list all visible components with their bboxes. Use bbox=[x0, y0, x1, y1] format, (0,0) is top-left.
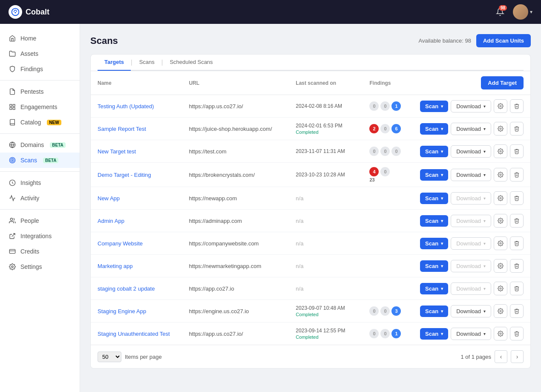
row-delete-button[interactable] bbox=[510, 191, 524, 205]
row-settings-button[interactable] bbox=[494, 236, 507, 250]
tab-scheduled-scans[interactable]: Scheduled Scans bbox=[163, 55, 219, 71]
add-target-button[interactable]: Add Target bbox=[481, 76, 524, 89]
scan-button[interactable]: Scan ▾ bbox=[420, 306, 448, 317]
sidebar-item-home[interactable]: Home bbox=[0, 31, 80, 46]
scan-button[interactable]: Scan ▾ bbox=[420, 260, 448, 272]
per-page-select[interactable]: 50 25 100 bbox=[98, 352, 121, 362]
target-name-link[interactable]: Staging Unauthenticated Test bbox=[98, 331, 170, 337]
sidebar-item-pentests[interactable]: Pentests bbox=[0, 84, 80, 99]
sidebar-item-scans[interactable]: Scans BETA bbox=[0, 153, 80, 168]
target-url: https://newmarketingapp.com bbox=[182, 255, 289, 277]
download-button[interactable]: Download ▾ bbox=[451, 145, 491, 158]
download-button[interactable]: Download ▾ bbox=[451, 100, 491, 112]
target-name-link[interactable]: Sample Report Test bbox=[98, 126, 146, 132]
sidebar-item-insights[interactable]: Insights bbox=[0, 175, 80, 190]
add-scan-units-button[interactable]: Add Scan Units bbox=[476, 34, 531, 47]
row-settings-button[interactable] bbox=[494, 144, 507, 158]
table-row: staging cobalt 2 updatehttps://app.co27.… bbox=[91, 277, 530, 300]
findings-cell: 4023 bbox=[363, 163, 413, 187]
download-button[interactable]: Download ▾ bbox=[451, 305, 491, 317]
sidebar-item-credits[interactable]: Credits bbox=[0, 244, 80, 259]
globe-icon bbox=[9, 141, 16, 149]
row-delete-button[interactable] bbox=[510, 282, 524, 295]
target-name-link[interactable]: New App bbox=[98, 195, 120, 202]
row-delete-button[interactable] bbox=[510, 259, 524, 273]
target-name-link[interactable]: Admin App bbox=[98, 218, 124, 224]
table-row: Admin Apphttps://adminapp.comn/aScan ▾Do… bbox=[91, 210, 530, 232]
svg-point-10 bbox=[12, 160, 13, 161]
finding-badge: 0 bbox=[391, 147, 401, 156]
row-delete-button[interactable] bbox=[510, 304, 524, 318]
target-name-link[interactable]: Testing Auth (Updated) bbox=[98, 103, 154, 110]
row-delete-button[interactable] bbox=[510, 327, 524, 340]
row-settings-button[interactable] bbox=[494, 327, 507, 340]
row-settings-button[interactable] bbox=[494, 304, 507, 318]
table-row: Staging Engine Apphttps://engine.us.co27… bbox=[91, 300, 530, 323]
download-chevron-icon: ▾ bbox=[483, 149, 486, 154]
download-button[interactable]: Download ▾ bbox=[451, 123, 491, 135]
svg-point-21 bbox=[500, 197, 501, 199]
row-settings-button[interactable] bbox=[494, 122, 507, 135]
row-settings-button[interactable] bbox=[494, 99, 507, 113]
row-delete-button[interactable] bbox=[510, 236, 524, 250]
scan-button[interactable]: Scan ▾ bbox=[420, 193, 448, 204]
scan-button[interactable]: Scan ▾ bbox=[420, 146, 448, 157]
target-url: https://app.us.co27.io/ bbox=[182, 323, 289, 345]
scan-button[interactable]: Scan ▾ bbox=[420, 101, 448, 112]
targets-table: Name URL Last scanned on Findings Add Ta… bbox=[91, 71, 530, 345]
tab-scans[interactable]: Scans bbox=[132, 55, 161, 71]
target-name-link[interactable]: Marketing app bbox=[98, 263, 132, 269]
target-name-link[interactable]: staging cobalt 2 update bbox=[98, 285, 155, 292]
notifications-button[interactable]: 98 bbox=[492, 4, 508, 20]
target-name-link[interactable]: Demo Target - Editing bbox=[98, 172, 151, 178]
scan-button[interactable]: Scan ▾ bbox=[420, 283, 448, 294]
sidebar-item-people[interactable]: People bbox=[0, 213, 80, 228]
target-name-link[interactable]: New Target test bbox=[98, 148, 136, 155]
scan-button[interactable]: Scan ▾ bbox=[420, 123, 448, 135]
scan-button[interactable]: Scan ▾ bbox=[420, 238, 448, 249]
catalog-new-badge: NEW bbox=[47, 120, 61, 125]
finding-badge: 0 bbox=[380, 124, 390, 133]
scan-button[interactable]: Scan ▾ bbox=[420, 328, 448, 340]
target-name-link[interactable]: Company Website bbox=[98, 240, 143, 247]
target-name-link[interactable]: Staging Engine App bbox=[98, 308, 146, 314]
row-settings-button[interactable] bbox=[494, 259, 507, 273]
scan-chevron-icon: ▾ bbox=[441, 264, 443, 268]
finding-badge: 0 bbox=[369, 101, 379, 111]
user-avatar-wrapper[interactable]: ▾ bbox=[513, 4, 532, 20]
sidebar-item-findings[interactable]: Findings bbox=[0, 61, 80, 77]
download-button: Download ▾ bbox=[451, 237, 491, 250]
sidebar-item-engagements[interactable]: Engagements bbox=[0, 99, 80, 115]
tab-targets[interactable]: Targets bbox=[98, 55, 131, 71]
row-delete-button[interactable] bbox=[510, 168, 524, 182]
prev-page-button[interactable]: ‹ bbox=[495, 350, 507, 363]
row-settings-button[interactable] bbox=[494, 214, 507, 228]
svg-line-13 bbox=[12, 233, 15, 236]
sidebar-item-catalog[interactable]: Catalog NEW bbox=[0, 115, 80, 130]
next-page-button[interactable]: › bbox=[511, 350, 524, 363]
sidebar-item-settings[interactable]: Settings bbox=[0, 259, 80, 274]
row-delete-button[interactable] bbox=[510, 99, 524, 113]
row-settings-button[interactable] bbox=[494, 282, 507, 295]
sidebar-item-domains[interactable]: Domains BETA bbox=[0, 137, 80, 153]
findings-cell bbox=[363, 232, 413, 255]
row-settings-button[interactable] bbox=[494, 168, 507, 182]
download-button[interactable]: Download ▾ bbox=[451, 328, 491, 340]
balance-text: Available balance: 98 bbox=[419, 37, 471, 44]
svg-point-26 bbox=[500, 310, 501, 312]
scan-button[interactable]: Scan ▾ bbox=[420, 215, 448, 227]
sidebar-item-integrations[interactable]: Integrations bbox=[0, 228, 80, 244]
row-delete-button[interactable] bbox=[510, 144, 524, 158]
sidebar-divider-3 bbox=[0, 171, 80, 172]
sidebar-item-assets[interactable]: Assets bbox=[0, 46, 80, 61]
scan-button[interactable]: Scan ▾ bbox=[420, 169, 448, 181]
sidebar-item-activity[interactable]: Activity bbox=[0, 190, 80, 206]
table-row: Demo Target - Editinghttps://brokencryst… bbox=[91, 163, 530, 187]
row-delete-button[interactable] bbox=[510, 122, 524, 135]
row-delete-button[interactable] bbox=[510, 214, 524, 228]
sidebar-label-findings: Findings bbox=[20, 66, 43, 72]
sidebar-label-engagements: Engagements bbox=[20, 104, 57, 110]
download-button[interactable]: Download ▾ bbox=[451, 169, 491, 181]
row-settings-button[interactable] bbox=[494, 191, 507, 205]
findings-cell bbox=[363, 187, 413, 210]
